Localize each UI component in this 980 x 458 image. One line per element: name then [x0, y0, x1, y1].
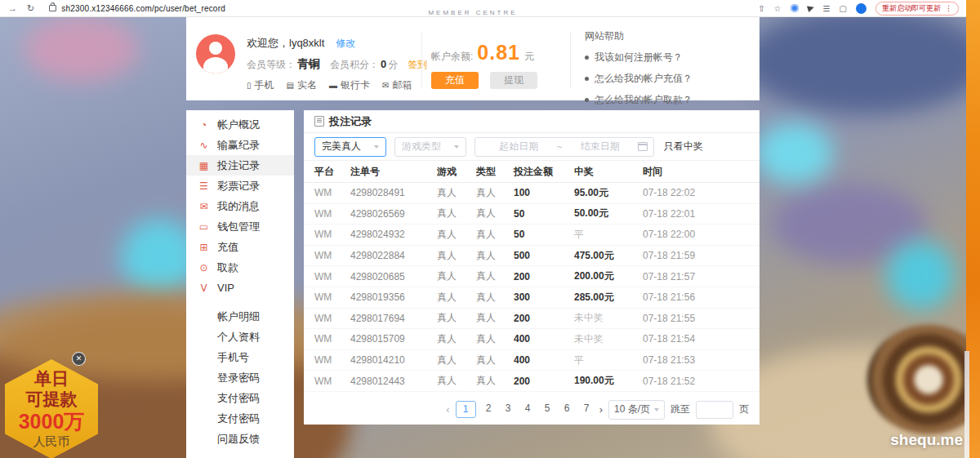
verify-item-icon: ▬	[329, 81, 337, 90]
sidebar-secondary-item[interactable]: 帐户明细	[186, 306, 294, 327]
cell-time: 07-18 21:54	[643, 333, 760, 345]
cell-time: 07-18 22:00	[643, 229, 760, 240]
sidebar-item[interactable]: Ⅴ VIP	[186, 278, 294, 298]
verify-item[interactable]: ▬ 银行卡	[329, 78, 370, 92]
sidebar: ◔ 帐户概况 ∿ 输赢纪录 ▦ 投注记录 ☰ 彩票记录	[186, 110, 294, 458]
cell-type: 真人	[476, 354, 514, 367]
jump-page-input[interactable]	[696, 401, 733, 419]
sidebar-item[interactable]: ▭ 钱包管理	[186, 216, 294, 237]
sidebar-item-icon: ▭	[198, 221, 210, 233]
page-number-button[interactable]: 2	[482, 401, 496, 416]
send-icon[interactable]	[807, 4, 815, 12]
cell-bet-number: 4298026569	[350, 208, 437, 220]
watermark: shequ.me	[890, 431, 963, 449]
page-number-button[interactable]: 7	[580, 401, 594, 416]
calendar-icon	[638, 142, 648, 151]
cell-platform: WM	[314, 208, 350, 220]
bookmark-star-icon[interactable]: ☆	[774, 4, 782, 13]
reading-list-icon[interactable]: ☰	[823, 4, 831, 13]
browser-profile-avatar[interactable]	[856, 3, 866, 14]
sidebar-secondary-item-label: 问题反馈	[217, 432, 260, 447]
cell-time: 07-18 22:01	[643, 208, 760, 220]
deposit-button[interactable]: 充值	[431, 72, 479, 89]
verify-item[interactable]: ✉ 邮箱	[382, 78, 412, 92]
sidebar-item[interactable]: ✉ 我的消息	[186, 196, 294, 216]
sidebar-secondary-item[interactable]: 支付密码	[186, 408, 294, 429]
cell-type: 真人	[476, 207, 514, 220]
sidebar-item-label: VIP	[217, 282, 234, 294]
cell-amount: 300	[514, 291, 574, 303]
avatar[interactable]	[196, 34, 235, 73]
cell-game: 真人	[437, 228, 476, 242]
forward-icon[interactable]: →	[8, 3, 17, 14]
bg-blob	[24, 16, 139, 82]
bg-blob	[755, 122, 833, 184]
reload-icon[interactable]: ↻	[27, 3, 34, 14]
cell-platform: WM	[314, 187, 350, 198]
cell-amount: 400	[514, 333, 574, 345]
platform-select[interactable]: 完美真人	[314, 137, 386, 157]
table-row: WM 4298024932 真人 真人 50 平 07-18 22:00	[304, 225, 760, 246]
sidebar-secondary-item[interactable]: 问题反馈	[186, 429, 294, 449]
withdraw-button[interactable]: 提现	[490, 72, 537, 89]
sidebar-secondary-item[interactable]: 手机号	[186, 347, 294, 367]
cell-time: 07-18 21:53	[643, 354, 760, 366]
sidebar-item[interactable]: ∿ 输赢纪录	[186, 135, 294, 155]
win-only-filter[interactable]: 只看中奖	[664, 140, 703, 153]
verify-item[interactable]: ▯ 手机	[247, 78, 274, 92]
badge-close-icon[interactable]: ✕	[73, 353, 85, 365]
extension-icon[interactable]	[791, 4, 799, 12]
verify-row: ▯ 手机 ▤ 实名 ▬ 银行卡	[247, 78, 427, 92]
filter-bar: 完美真人 游戏类型 起始日期 ~ 结束日期 只看中奖	[304, 133, 760, 161]
cell-game: 真人	[437, 332, 476, 346]
kebab-menu-icon[interactable]: ⋮	[945, 4, 952, 12]
cell-win: 未中奖	[574, 311, 643, 325]
cell-time: 07-18 21:56	[643, 291, 760, 303]
sidebar-item-label: 充值	[217, 240, 238, 255]
date-range-picker[interactable]: 起始日期 ~ 结束日期	[474, 137, 654, 157]
sidebar-item-label: 我的消息	[217, 199, 260, 214]
game-type-select[interactable]: 游戏类型	[394, 137, 466, 157]
cell-game: 真人	[437, 354, 476, 367]
page-number-button[interactable]: 1	[456, 401, 476, 418]
cell-win: 平	[574, 228, 643, 242]
cell-platform: WM	[314, 313, 350, 324]
cell-time: 07-18 21:57	[643, 271, 760, 282]
edit-profile-link[interactable]: 修改	[336, 37, 355, 51]
sidebar-item[interactable]: ⊙ 取款	[186, 257, 294, 278]
checkin-link[interactable]: 签到	[408, 58, 427, 72]
sidebar-item[interactable]: ⊞ 充值	[186, 237, 294, 257]
sidebar-item[interactable]: ◔ 帐户概况	[186, 114, 294, 135]
verify-item-label: 邮箱	[392, 78, 412, 92]
help-item[interactable]: 我该如何注册帐号？	[585, 51, 751, 64]
help-item[interactable]: 怎么给我的帐户取款？	[585, 93, 751, 107]
page-number-button[interactable]: 3	[501, 401, 515, 416]
page-number-button[interactable]: 5	[541, 401, 555, 416]
verify-item[interactable]: ▤ 实名	[287, 78, 317, 92]
browser-update-button[interactable]: 重新启动即可更新 ⋮	[875, 2, 959, 16]
cell-win: 285.00元	[574, 291, 643, 305]
sidebar-secondary-item[interactable]: 登录密码	[186, 367, 294, 388]
help-item-label: 我该如何注册帐号？	[595, 51, 683, 64]
sidebar-item[interactable]: ▦ 投注记录	[186, 155, 294, 176]
help-item[interactable]: 怎么给我的帐户充值？	[585, 72, 751, 86]
sidebar-secondary-item[interactable]: 支付密码	[186, 388, 294, 408]
cell-win: 平	[574, 354, 643, 367]
page-number-button[interactable]: 4	[521, 401, 535, 416]
sidebar-secondary-item[interactable]: 个人资料	[186, 327, 294, 347]
prev-page-button[interactable]: ‹	[446, 403, 449, 416]
chevron-down-icon	[654, 408, 659, 411]
platform-select-value: 完美真人	[322, 140, 361, 153]
tab-icon[interactable]: ▢	[840, 4, 847, 13]
cell-win: 475.00元	[574, 249, 643, 263]
cell-platform: WM	[314, 376, 350, 387]
next-page-button[interactable]: ›	[599, 403, 603, 416]
header-time: 时间	[643, 165, 760, 179]
sidebar-item-label: 取款	[217, 260, 238, 275]
cell-amount: 200	[514, 271, 574, 282]
cell-amount: 500	[514, 250, 574, 261]
sidebar-item[interactable]: ☰ 彩票记录	[186, 176, 294, 196]
page-size-select[interactable]: 10 条/页	[608, 400, 665, 420]
panel-title: 投注记录	[329, 114, 372, 129]
page-number-button[interactable]: 6	[560, 401, 574, 416]
